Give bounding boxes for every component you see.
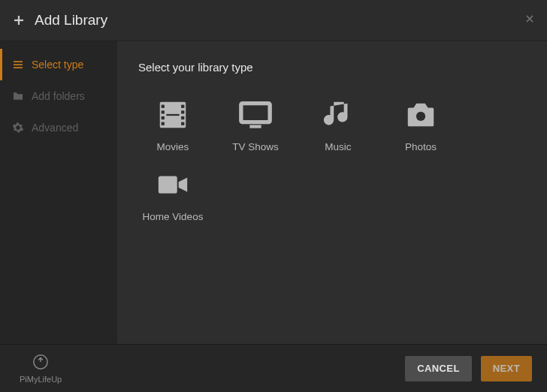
library-type-label: Music xyxy=(325,141,351,152)
sidebar-item-advanced[interactable]: Advanced xyxy=(0,112,117,143)
svg-rect-4 xyxy=(14,61,23,62)
sidebar-item-label: Select type xyxy=(32,59,83,71)
svg-rect-5 xyxy=(14,64,23,65)
library-type-label: Home Videos xyxy=(143,211,204,222)
library-type-photos[interactable]: Photos xyxy=(386,96,455,152)
brand-watermark: PiMyLifeUp xyxy=(20,354,62,384)
gear-icon xyxy=(12,122,24,134)
camera-icon xyxy=(402,96,440,134)
list-icon xyxy=(12,59,24,71)
sidebar-item-label: Add folders xyxy=(32,90,85,102)
svg-rect-18 xyxy=(249,125,261,128)
svg-rect-17 xyxy=(241,104,270,122)
library-type-label: Photos xyxy=(405,141,437,152)
svg-rect-11 xyxy=(162,122,165,125)
svg-rect-15 xyxy=(181,122,184,125)
cancel-button[interactable]: CANCEL xyxy=(405,356,472,381)
plus-icon xyxy=(12,14,26,27)
video-camera-icon xyxy=(154,166,192,204)
library-type-music[interactable]: Music xyxy=(304,96,373,152)
svg-rect-9 xyxy=(162,110,165,113)
close-button[interactable] xyxy=(524,14,535,27)
brand-logo-icon xyxy=(32,354,49,373)
main-heading: Select your library type xyxy=(138,61,526,74)
svg-rect-10 xyxy=(162,116,165,119)
library-type-label: TV Shows xyxy=(232,141,279,152)
music-note-icon xyxy=(319,96,357,134)
library-type-tv-shows[interactable]: TV Shows xyxy=(221,96,290,152)
brand-text: PiMyLifeUp xyxy=(20,375,62,384)
library-type-movies[interactable]: Movies xyxy=(138,96,207,152)
next-button[interactable]: NEXT xyxy=(481,356,532,381)
tv-icon xyxy=(237,96,274,134)
wizard-sidebar: Select type Add folders Advanced xyxy=(0,41,117,344)
film-icon xyxy=(154,96,192,134)
svg-rect-16 xyxy=(166,114,179,116)
svg-rect-14 xyxy=(181,116,184,119)
sidebar-item-select-type[interactable]: Select type xyxy=(0,49,117,80)
svg-rect-8 xyxy=(162,105,165,108)
modal-body: Select type Add folders Advanced xyxy=(0,41,547,344)
svg-rect-12 xyxy=(181,105,184,108)
svg-rect-13 xyxy=(181,110,184,113)
wizard-main: Select your library type xyxy=(117,41,547,344)
add-library-modal: Add Library Select type xyxy=(0,0,547,392)
sidebar-item-add-folders[interactable]: Add folders xyxy=(0,80,117,112)
library-type-grid: Movies TV Shows xyxy=(138,96,526,222)
modal-footer: PiMyLifeUp CANCEL NEXT xyxy=(0,344,547,392)
svg-rect-6 xyxy=(14,67,23,68)
folder-icon xyxy=(12,90,24,102)
modal-header: Add Library xyxy=(0,0,547,41)
svg-rect-20 xyxy=(159,176,177,194)
modal-title: Add Library xyxy=(35,12,107,29)
sidebar-item-label: Advanced xyxy=(32,122,78,134)
library-type-label: Movies xyxy=(157,141,189,152)
library-type-home-videos[interactable]: Home Videos xyxy=(138,166,207,222)
svg-point-19 xyxy=(416,112,425,121)
